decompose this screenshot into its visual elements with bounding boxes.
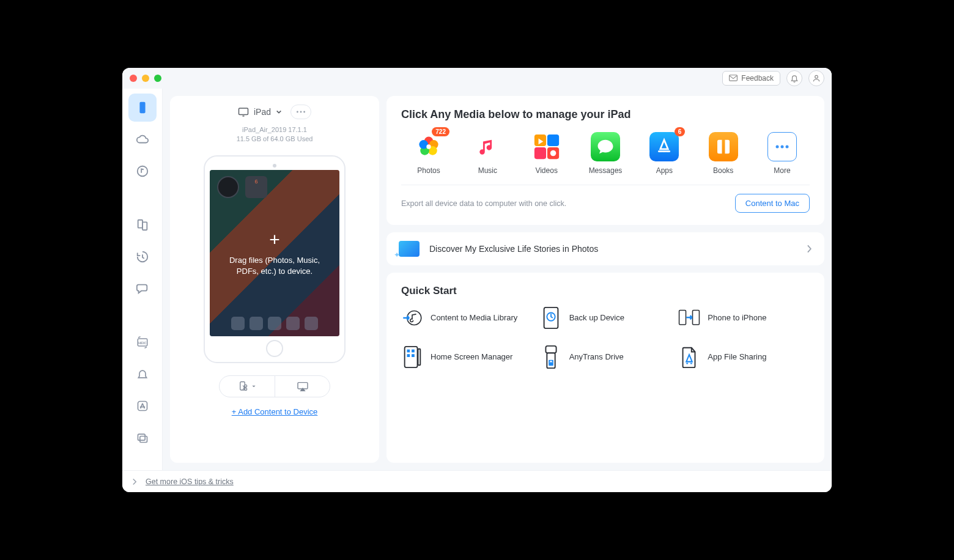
sidebar-item-social[interactable] bbox=[128, 274, 157, 303]
svg-rect-4 bbox=[138, 220, 142, 228]
export-text: Export all device data to computer with … bbox=[401, 199, 566, 208]
apps-badge: 6 bbox=[675, 127, 686, 136]
svg-point-24 bbox=[426, 144, 431, 149]
device-info: iPad_Air_2019 17.1.1 11.5 GB of 64.0 GB … bbox=[237, 125, 313, 144]
quick-item-app-file-sharing[interactable]: App File Sharing bbox=[678, 346, 810, 368]
device-preview[interactable]: 6 + Drag files (Photos, Music, PDFs, etc… bbox=[204, 155, 346, 363]
mail-icon bbox=[729, 75, 738, 82]
svg-point-33 bbox=[407, 311, 421, 325]
device-selector-row: iPad bbox=[238, 105, 311, 119]
quick-item-content-to-media[interactable]: Content to Media Library bbox=[401, 307, 533, 329]
media-card: Click Any Media below to manage your iPa… bbox=[386, 96, 824, 225]
svg-rect-42 bbox=[412, 354, 415, 357]
svg-rect-38 bbox=[405, 347, 418, 367]
feedback-button[interactable]: Feedback bbox=[722, 71, 780, 86]
media-item-books[interactable]: Books bbox=[700, 132, 747, 175]
quick-item-phone-to-iphone[interactable]: Phone to iPhone bbox=[678, 307, 810, 329]
account-button[interactable] bbox=[808, 70, 824, 86]
discover-card[interactable]: Discover My Exclusive Life Stories in Ph… bbox=[386, 232, 824, 265]
chevron-right-icon bbox=[806, 245, 812, 253]
windows-icon bbox=[136, 432, 149, 444]
svg-point-30 bbox=[775, 146, 778, 149]
svg-text:HEIC: HEIC bbox=[138, 341, 146, 345]
sidebar-item-appstore[interactable] bbox=[128, 392, 157, 420]
photos-label: Photos bbox=[417, 166, 440, 175]
minimize-icon[interactable] bbox=[142, 75, 149, 82]
photos-icon: 722 bbox=[414, 132, 443, 161]
quick-start-card: Quick Start Content to Media Library bbox=[386, 273, 824, 463]
phone-icon bbox=[136, 101, 149, 114]
sidebar-item-device[interactable] bbox=[128, 94, 157, 122]
discover-photo-icon bbox=[399, 241, 420, 257]
footer: Get more iOS tips & tricks bbox=[122, 470, 832, 492]
media-item-more[interactable]: More bbox=[758, 132, 806, 175]
svg-rect-0 bbox=[730, 75, 738, 81]
sidebar-item-heic[interactable]: HEIC bbox=[128, 328, 157, 356]
quick-label-2: Phone to iPhone bbox=[708, 313, 766, 323]
quick-item-home-screen[interactable]: Home Screen Manager bbox=[401, 346, 533, 368]
quick-item-backup[interactable]: Back up Device bbox=[540, 307, 671, 329]
quick-item-anytrans-drive[interactable]: AnyTrans Drive bbox=[540, 346, 671, 368]
media-item-music[interactable]: Music bbox=[464, 132, 511, 175]
device-screen: 6 + Drag files (Photos, Music, PDFs, etc… bbox=[210, 170, 339, 336]
drag-text: Drag files (Photos, Music, PDFs, etc.) t… bbox=[221, 255, 328, 277]
quick-label-0: Content to Media Library bbox=[431, 313, 517, 323]
sidebar-item-cloud[interactable] bbox=[128, 125, 157, 153]
device-cut-icon bbox=[238, 381, 249, 392]
heic-convert-icon: HEIC bbox=[135, 335, 150, 350]
apps-icon: 6 bbox=[649, 132, 679, 161]
discover-text: Discover My Exclusive Life Stories in Ph… bbox=[429, 244, 796, 254]
add-content-link[interactable]: + Add Content to Device bbox=[232, 407, 318, 416]
notification-button[interactable] bbox=[786, 70, 802, 86]
device-selector[interactable]: iPad bbox=[238, 107, 282, 117]
sidebar-item-ringtone[interactable] bbox=[128, 360, 157, 388]
device-action-bar bbox=[219, 375, 330, 397]
chat-icon bbox=[136, 282, 149, 295]
appstore-icon bbox=[136, 400, 149, 412]
device-camera-dot bbox=[273, 164, 276, 168]
videos-icon bbox=[532, 132, 561, 161]
content-to-mac-button[interactable]: Content to Mac bbox=[735, 194, 810, 213]
sidebar-item-mirror[interactable] bbox=[128, 424, 157, 452]
quick-start-title: Quick Start bbox=[401, 285, 810, 297]
media-item-photos[interactable]: 722 Photos bbox=[405, 132, 453, 175]
svg-rect-44 bbox=[545, 346, 556, 353]
app-window: Feedback bbox=[122, 68, 832, 492]
svg-point-14 bbox=[303, 111, 305, 113]
footer-tips-link[interactable]: Get more iOS tips & tricks bbox=[146, 477, 234, 486]
svg-rect-36 bbox=[679, 310, 686, 324]
more-icon bbox=[767, 132, 797, 161]
sidebar-item-backup[interactable] bbox=[128, 243, 157, 271]
device-action-cut[interactable] bbox=[220, 376, 275, 397]
sidebar-item-media[interactable] bbox=[128, 157, 157, 185]
media-item-messages[interactable]: Messages bbox=[582, 132, 629, 175]
media-item-apps[interactable]: 6 Apps bbox=[640, 132, 688, 175]
close-icon[interactable] bbox=[130, 75, 137, 82]
content-to-media-icon bbox=[401, 307, 423, 329]
svg-point-16 bbox=[245, 388, 247, 390]
airplay-icon bbox=[297, 381, 309, 391]
svg-point-29 bbox=[550, 150, 556, 157]
footer-expand-button[interactable] bbox=[132, 478, 137, 485]
more-label: More bbox=[774, 166, 790, 175]
device-action-mirror[interactable] bbox=[275, 376, 330, 397]
sidebar-item-transfer[interactable] bbox=[128, 211, 157, 239]
device-transfer-icon bbox=[136, 218, 149, 232]
content-area: iPad iPad_Air_2019 17.1.1 11.5 GB of 64.… bbox=[163, 89, 832, 470]
app-body: HEIC iPad bbox=[122, 89, 832, 470]
music-label: Music bbox=[478, 166, 497, 175]
home-screen-icon bbox=[401, 346, 423, 368]
svg-point-1 bbox=[815, 75, 818, 78]
device-model: iPad_Air_2019 17.1.1 bbox=[237, 125, 313, 134]
fullscreen-icon[interactable] bbox=[154, 75, 161, 82]
books-label: Books bbox=[713, 166, 733, 175]
svg-rect-26 bbox=[547, 134, 559, 146]
svg-rect-41 bbox=[407, 354, 410, 357]
svg-rect-5 bbox=[142, 222, 147, 230]
svg-point-13 bbox=[300, 111, 302, 113]
device-more-button[interactable] bbox=[290, 105, 311, 119]
media-item-videos[interactable]: Videos bbox=[523, 132, 571, 175]
svg-point-32 bbox=[785, 146, 788, 149]
phone-to-iphone-icon bbox=[678, 307, 700, 329]
media-row: 722 Photos Music bbox=[401, 132, 810, 185]
